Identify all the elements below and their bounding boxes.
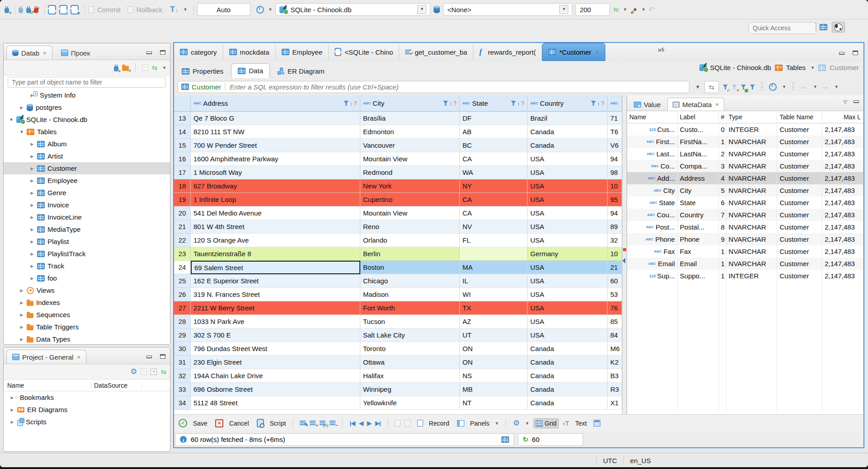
chevron-right-icon[interactable]: ▶ [30, 215, 34, 220]
recent-sql-editor-icon[interactable]: → [59, 5, 67, 14]
view-menu-icon[interactable]: ▼ [162, 66, 166, 70]
cell-state[interactable]: MB [460, 383, 528, 396]
cell-state[interactable]: NV [460, 220, 528, 234]
expand-all-icon[interactable]: + [151, 369, 157, 375]
meta-cell-max-length[interactable]: 2,147,483 [822, 172, 863, 184]
dbeaver-perspective-button[interactable] [832, 22, 845, 33]
metadata-row[interactable]: ABCStateState6NVARCHARCustomer2,147,483 [627, 197, 863, 209]
cell-address[interactable]: 796 Dundas Street West [191, 342, 360, 356]
row-number-cell[interactable]: 30 [174, 342, 191, 356]
chevron-down-icon[interactable]: ▼ [813, 84, 817, 89]
tree-item-playlisttrack[interactable]: ▶PlaylistTrack [4, 248, 170, 260]
cell-country[interactable]: USA [528, 206, 608, 220]
maximize-icon[interactable] [160, 354, 165, 359]
navigator-filter-input[interactable] [8, 77, 166, 88]
meta-cell-label[interactable]: State [678, 197, 719, 209]
tree-item-tables[interactable]: ▼Tables [4, 126, 170, 138]
breadcrumb-connection[interactable]: SQLite - Chinook.db [710, 64, 771, 71]
auto-refresh-box[interactable]: ↻ 60 [518, 433, 583, 446]
column-header-state[interactable]: ABCState↕? [460, 95, 528, 112]
metadata-row[interactable]: ABCCo...Compa...3NVARCHARCustomer2,147,4… [627, 160, 863, 172]
cell-state[interactable]: ON [460, 356, 528, 369]
link-with-editor-icon[interactable]: ⇆ [160, 369, 166, 375]
sort-icon[interactable]: ↕ [597, 101, 600, 106]
editor-tab-employee[interactable]: Employee [276, 43, 329, 61]
cell-country[interactable]: USA [528, 179, 608, 193]
cell-postal-partial[interactable]: 94 [608, 206, 622, 220]
cell-country[interactable]: Canada [528, 396, 608, 410]
tree-item-foo[interactable]: ▶foo [4, 272, 170, 284]
meta-cell-name[interactable]: 123Cus... [627, 123, 678, 136]
metadata-row[interactable]: ABCEmailEmail1NVARCHARCustomer2,147,483 [627, 258, 863, 270]
minimize-icon[interactable] [146, 50, 152, 55]
cell-address[interactable]: 69 Salem Street [191, 261, 360, 274]
cell-postal-partial[interactable]: 76 [608, 301, 622, 315]
row-number-cell[interactable]: 28 [174, 315, 191, 328]
row-number-cell[interactable]: 14 [174, 125, 191, 139]
metadata-row[interactable]: ABCCityCity5NVARCHARCustomer2,147,483 [627, 184, 863, 197]
cell-city[interactable]: Brasília [360, 112, 460, 125]
meta-cell-type[interactable]: NVARCHAR [726, 221, 778, 233]
cell-city[interactable]: Toronto [360, 342, 460, 356]
cell-state[interactable]: WI [460, 288, 528, 301]
cell-country[interactable]: USA [528, 301, 608, 315]
row-number-cell[interactable]: 25 [174, 274, 191, 288]
meta-cell-table[interactable]: Customer [777, 123, 822, 136]
row-number-cell[interactable]: 20 [174, 206, 191, 220]
cell-postal-partial[interactable]: T6 [608, 125, 622, 139]
metadata-row[interactable]: ABCFaxFax1NVARCHARCustomer2,147,483 [627, 245, 863, 258]
chevron-down-icon[interactable]: ▼ [623, 7, 627, 12]
chevron-right-icon[interactable]: ▶ [10, 420, 14, 424]
meta-cell-table[interactable]: Customer [777, 197, 822, 209]
metadata-row[interactable]: ABCPhonePhone9NVARCHARCustomer2,147,483 [627, 233, 863, 245]
cell-postal-partial[interactable]: 89 [608, 220, 622, 234]
cell-postal-partial[interactable]: K2 [608, 356, 622, 369]
meta-cell-label[interactable]: Postal... [678, 221, 719, 233]
row-number-cell[interactable]: 19 [174, 193, 191, 206]
cell-country[interactable]: USA [528, 166, 608, 179]
meta-cell-table[interactable]: Customer [777, 245, 822, 258]
chevron-down-icon[interactable]: ▼ [525, 421, 529, 426]
nav-back-icon[interactable]: ← [800, 84, 808, 90]
cell-city[interactable]: Edmonton [360, 125, 460, 139]
collapse-all-icon[interactable]: − [142, 65, 148, 71]
cell-city[interactable]: Mountain View [360, 206, 460, 220]
cell-state[interactable]: NY [460, 179, 528, 193]
meta-cell-number[interactable]: 1 [719, 270, 726, 282]
meta-cell-label[interactable]: Email [678, 258, 719, 270]
meta-cell-label[interactable]: Suppo... [678, 270, 719, 282]
cell-address[interactable]: 2211 W Berry Street [191, 301, 360, 315]
project-item-er-diagrams[interactable]: ▶ER Diagrams [4, 403, 170, 416]
cell-address[interactable]: 1033 N Park Ave [191, 315, 360, 328]
tab-projects[interactable]: Проек [55, 46, 96, 60]
fetch-all-icon[interactable] [405, 420, 410, 427]
meta-cell-type[interactable]: INTEGER [726, 123, 778, 136]
tab-overflow-button[interactable]: »5 [653, 46, 669, 53]
fetch-page-icon[interactable] [395, 420, 401, 427]
sort-icon[interactable]: ↕ [449, 101, 452, 106]
cell-postal-partial[interactable]: 10 [608, 179, 622, 193]
meta-cell-name[interactable]: ABCCou... [627, 209, 678, 221]
meta-cell-number[interactable]: 2 [719, 148, 726, 160]
cell-city[interactable]: Vancouver [360, 139, 460, 152]
cell-city[interactable]: New York [360, 179, 460, 193]
cell-city[interactable]: Ottawa [360, 356, 460, 369]
meta-cell-type[interactable]: NVARCHAR [726, 197, 778, 209]
meta-cell-type[interactable]: INTEGER [726, 270, 778, 282]
new-sql-editor-icon[interactable]: + [71, 5, 79, 14]
tree-item-invoice[interactable]: ▶Invoice [4, 199, 170, 211]
chevron-down-icon[interactable]: ▼ [19, 130, 24, 134]
panels-icon[interactable] [457, 420, 464, 427]
view-menu-icon[interactable]: ▽ [844, 99, 847, 105]
meta-cell-name[interactable]: ABCPost... [627, 221, 678, 233]
cell-state[interactable]: AB [460, 125, 528, 139]
meta-cell-table[interactable]: Customer [777, 258, 822, 270]
column-header[interactable]: Type [726, 113, 778, 121]
chevron-down-icon[interactable]: ▼ [835, 84, 839, 89]
filter-history-icon[interactable]: ▼ [695, 84, 700, 89]
rollback-icon[interactable] [127, 6, 133, 13]
editor-tab-customer[interactable]: *Customer× [542, 43, 605, 61]
cell-address[interactable]: 230 Elgin Street [191, 356, 360, 369]
meta-cell-label[interactable]: Phone [678, 233, 719, 245]
collapse-all-icon[interactable]: − [141, 369, 147, 375]
